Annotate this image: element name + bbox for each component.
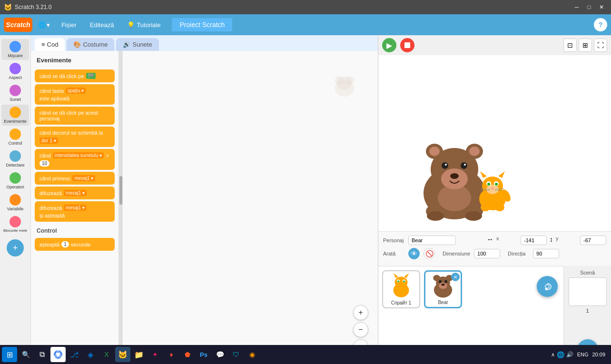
svg-point-10 [469,147,480,156]
taskbar-skype[interactable]: 💬 [212,347,227,362]
volume-num[interactable]: 10 [39,160,49,167]
msg-dropdown-3[interactable]: mesaj1 ▾ [64,205,87,211]
block-wait[interactable]: așteaptă 1 secunde [35,238,115,251]
taskbar-app10[interactable]: ⬟ [180,347,195,362]
editor-content: Evenimente când se dă click pe 🏁 când ta… [31,51,378,364]
tab-costume[interactable]: 🎨 Costume [67,38,114,51]
block-sprite-click[interactable]: când se dă click pe acest personaj [35,107,115,125]
tray-volume: 🔊 [566,351,573,358]
taskbar-scratch-active[interactable]: 🐱 [115,347,130,362]
menubar: Scratch 🌐 ▾ Fișier Editează 💡 Tutoriale … [0,14,611,35]
globe-menu[interactable]: 🌐 ▾ [34,20,54,30]
cat-sprite-name: Спрайт 1 [391,300,411,305]
direction-input[interactable] [533,249,559,258]
tutorials-menu[interactable]: 💡 Tutoriale [121,19,166,31]
maximize-button[interactable]: □ [583,2,595,12]
block-key-press[interactable]: când tasta spațiu ▾ este apăsată [35,84,115,105]
category-variabile[interactable]: Variabile [1,192,29,213]
svg-point-46 [403,280,405,282]
taskbar-app13[interactable]: ◉ [245,347,260,362]
tray-caret[interactable]: ∧ [551,352,555,358]
taskbar-app9[interactable]: ♦ [164,347,179,362]
category-sunet[interactable]: Sunet [1,83,29,104]
svg-point-15 [464,164,466,166]
normal-stage-button[interactable]: ⊞ [579,39,592,52]
sprite-card-bear[interactable]: ✕ Bear [424,270,462,308]
sprite-name-input[interactable] [408,236,456,245]
miscare-circle [10,41,21,52]
block-broadcast[interactable]: difuzează mesaj1 ▾ [35,187,115,199]
taskbar-vscode[interactable]: ⎇ [67,347,82,362]
size-input[interactable] [474,249,500,258]
category-control[interactable]: Control [1,127,29,148]
category-aspect[interactable]: Aspect [1,61,29,82]
taskbar-shield[interactable]: 🛡 [228,347,244,362]
vertical-scrollbar[interactable] [119,51,123,364]
scrollbar-thumb[interactable] [119,176,122,205]
search-taskbar[interactable]: 🔍 [18,347,33,362]
scene-thumbnail[interactable] [569,277,607,306]
stop-button[interactable] [400,38,414,52]
blocurile-mele-label: Blocurile mele [3,228,27,233]
block-text-4a: când decorul se schimbă la [39,130,103,136]
green-flag-button[interactable]: ▶ [382,38,396,52]
edit-menu[interactable]: Editează [84,19,120,31]
sound-dropdown[interactable]: intensitatea sunetulu ▾ [53,152,104,158]
tab-code[interactable]: ≡ Cod [35,38,65,51]
add-extension-button[interactable]: + [7,239,24,256]
taskbar-chrome[interactable] [50,347,66,362]
taskbar-excel[interactable]: X [99,347,114,362]
cat-sprite-stage [473,169,512,212]
main-content: Mișcare Aspect Sunet Evenimente Control … [0,35,611,364]
variabile-circle [10,194,21,206]
small-stage-button[interactable]: ⊡ [563,39,577,52]
bear-delete-button[interactable]: ✕ [451,273,460,281]
category-blocurile-mele[interactable]: Blocurile mele [1,214,29,235]
block-receive-msg[interactable]: când primesc mesaj1 ▾ [35,172,115,185]
show-button[interactable]: 👁 [408,248,420,259]
msg-dropdown-1[interactable]: mesaj1 ▾ [72,175,95,181]
help-button[interactable]: ? [594,18,607,31]
stage-panel: ▶ ⊡ ⊞ ⛶ [378,35,611,364]
key-dropdown[interactable]: spațiu ▾ [66,88,86,94]
start-button[interactable]: ⊞ [2,347,17,362]
taskview-button[interactable]: ⧉ [34,347,49,362]
taskbar-app8[interactable]: ✦ [148,347,163,362]
close-button[interactable]: ✕ [596,2,607,12]
tab-sound[interactable]: 🔊 Sunete [116,38,158,51]
code-label: Cod [47,41,59,48]
y-input[interactable] [580,236,606,245]
block-broadcast-wait[interactable]: difuzează mesaj1 ▾ și așteaptă [35,201,115,222]
blocurile-mele-circle [10,216,21,227]
block-text-2a: când tasta [39,88,64,94]
category-evenimente[interactable]: Evenimente [1,105,29,126]
category-detectare[interactable]: Detectare [1,148,29,169]
category-operatori[interactable]: Operatori [1,170,29,191]
msg-dropdown-2[interactable]: mesaj1 ▾ [64,190,87,196]
wait-num[interactable]: 1 [61,241,69,247]
detectare-circle [10,150,21,162]
script-area[interactable]: ↖ + − = [123,51,378,364]
coord-group: ↔ x ↕ y [487,236,606,245]
svg-point-16 [450,173,459,179]
project-title-button[interactable]: Proiect Scratch [172,18,232,31]
taskbar-edge[interactable]: ◈ [83,347,98,362]
taskbar-ps[interactable]: Ps [196,347,211,362]
backdrop-dropdown[interactable]: dor 1 ▾ [39,138,58,144]
block-sound-volume[interactable]: când intensitatea sunetulu ▾ > 10 [35,149,115,170]
block-text-3a: când se dă click pe acest personaj [39,110,110,121]
fullscreen-button[interactable]: ⛶ [594,39,607,52]
category-miscare[interactable]: Mișcare [1,39,29,60]
block-flag-click[interactable]: când se dă click pe 🏁 [35,69,115,82]
sprite-card-cat[interactable]: Спрайт 1 [382,270,420,308]
hide-button[interactable]: 🚫 [424,248,435,259]
add-sprite-button[interactable] [537,276,558,297]
block-backdrop-switch[interactable]: când decorul se schimbă la dor 1 ▾ [35,127,115,147]
file-menu[interactable]: Fișier [56,19,82,31]
x-input[interactable] [521,236,547,245]
zoom-in-button[interactable]: + [353,305,368,320]
svg-point-9 [429,147,440,156]
taskbar-files[interactable]: 📁 [131,347,147,362]
zoom-out-button[interactable]: − [353,322,368,337]
minimize-button[interactable]: ─ [571,2,582,12]
